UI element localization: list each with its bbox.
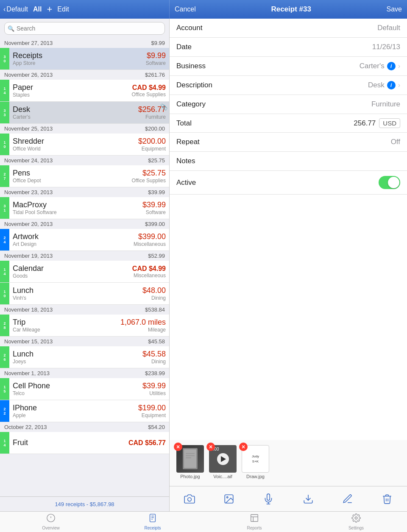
list-item[interactable]: 10 Lunch Vinh's $48.00 Dining [0, 283, 169, 305]
receipt-right: $48.00 Dining [127, 283, 169, 304]
receipt-title: Receipt #33 [271, 5, 311, 14]
badge: 27 [0, 165, 9, 187]
svg-point-21 [355, 517, 357, 519]
list-item[interactable]: 24 Artwork Art Design $399.00 Miscellane… [0, 229, 169, 251]
list-item[interactable]: 14 Paper Staples CAD $4.99 Office Suppli… [0, 80, 169, 102]
receipts-list: November 27, 2013 $9.99 30 Receipts App … [0, 38, 169, 496]
search-wrapper: 🔍 [4, 22, 165, 35]
receipt-right: $39.99 Utilities [127, 378, 169, 400]
attachments-row: × Photo.jpg × 0 [176, 445, 400, 481]
svg-point-5 [187, 498, 191, 501]
nav-left: ‹ Default All + Edit [0, 0, 170, 19]
date-row: November 27, 2013 $9.99 [0, 38, 169, 48]
description-info-icon[interactable]: i [387, 81, 396, 89]
badge: 26 [0, 346, 9, 368]
nav-settings[interactable]: Settings [305, 512, 407, 532]
cancel-button[interactable]: Cancel [175, 6, 196, 13]
receipt-content: Pens Office Depot [9, 165, 127, 187]
total-row[interactable]: Total 256.77 USD [170, 114, 407, 133]
annotate-button[interactable] [328, 490, 367, 508]
account-row[interactable]: Account Default [170, 19, 407, 38]
list-item[interactable]: 14 Calendar Goods CAD $4.99 Miscellaneou… [0, 261, 169, 283]
edit-button[interactable]: Edit [57, 6, 69, 13]
nav-reports[interactable]: Reports [204, 512, 305, 532]
account-label: Account [176, 24, 236, 32]
repeat-label: Repeat [176, 138, 236, 146]
list-item[interactable]: 14 Fruit CAD $56.77 [0, 432, 169, 454]
receipt-content: Paper Staples [9, 80, 127, 101]
nav-overview[interactable]: Overview [0, 512, 102, 532]
all-button[interactable]: All [33, 6, 42, 13]
reports-label: Reports [247, 526, 262, 530]
business-info-icon[interactable]: i [387, 62, 396, 70]
badge: 14 [0, 80, 9, 101]
business-row[interactable]: Business Carter's i › [170, 57, 407, 76]
toggle-knob [388, 177, 399, 188]
draw-name: Draw.jpg [246, 474, 265, 479]
badge: 14 [0, 261, 9, 282]
delete-draw-button[interactable]: × [239, 443, 248, 451]
badge: 33 [0, 102, 9, 123]
receipt-right: $199.00 Equipment [127, 400, 169, 422]
list-item[interactable]: 26 Lunch Joeys $45.58 Dining [0, 346, 169, 368]
back-button[interactable]: ‹ Default [3, 6, 28, 13]
receipt-right: $200.00 Equipment [127, 134, 169, 155]
list-item[interactable]: 28 Trip Car Mileage 1,067.0 miles Mileag… [0, 315, 169, 337]
category-row[interactable]: Category Furniture [170, 95, 407, 114]
list-item[interactable]: 22 IPhone Apple $199.00 Equipment [0, 400, 169, 422]
badge: 24 [0, 229, 9, 251]
list-item[interactable]: 15 Cell Phone Telco $39.99 Utilities [0, 378, 169, 400]
list-item[interactable]: 10 Shredder Office World $200.00 Equipme… [0, 134, 169, 156]
date-row-form[interactable]: Date 11/26/13 [170, 38, 407, 57]
nav-left-buttons: ‹ Default All + Edit [3, 4, 69, 15]
receipt-content: Shredder Office World [9, 134, 127, 155]
list-item[interactable]: 30 Receipts App Store $9.99 Software [0, 48, 169, 70]
trash-button[interactable] [368, 490, 407, 508]
chevron-left-icon: ‹ [3, 6, 6, 13]
camera-button[interactable] [170, 490, 209, 508]
notes-label: Notes [176, 157, 236, 165]
active-label: Active [176, 178, 236, 187]
list-item[interactable]: 33 Desk Carter's $256.77 Furniture 📎 [0, 102, 169, 124]
reports-icon [250, 513, 259, 525]
receipt-content: Artwork Art Design [9, 229, 127, 251]
receipt-content: Desk Carter's [9, 102, 127, 123]
overview-icon [46, 513, 56, 525]
gallery-button[interactable] [209, 490, 248, 508]
attachment-draw: × Judy S+K Draw.jpg [242, 445, 269, 479]
save-button[interactable]: Save [387, 6, 402, 13]
date-row: November 19, 2013 $52.99 [0, 251, 169, 261]
receipts-label: Receipts [145, 526, 161, 530]
active-toggle[interactable] [379, 176, 400, 189]
play-triangle-icon [221, 456, 226, 462]
date-row: November 25, 2013 $200.00 [0, 124, 169, 134]
currency-selector[interactable]: USD [379, 118, 400, 128]
date-value: 11/26/13 [236, 43, 400, 51]
add-button[interactable]: + [47, 4, 52, 15]
category-value: Furniture [236, 100, 400, 109]
form-section: Account Default Date 11/26/13 Business C… [170, 19, 407, 195]
play-button[interactable] [217, 453, 229, 465]
list-item[interactable]: 31 MacProxy Tidal Pool Software $39.99 S… [0, 197, 169, 219]
total-label: Total [176, 119, 236, 128]
badge: 10 [0, 134, 9, 155]
attachment-toolbar [170, 486, 407, 511]
microphone-button[interactable] [249, 490, 288, 508]
badge: 14 [0, 432, 9, 454]
description-row[interactable]: Description Desk i › [170, 76, 407, 95]
delete-photo-button[interactable]: × [174, 443, 182, 451]
attachments-section: × Photo.jpg × 0 [170, 440, 407, 486]
nav-receipts[interactable]: Receipts [102, 512, 204, 532]
list-item[interactable]: 27 Pens Office Depot $25.75 Office Suppl… [0, 165, 169, 187]
import-button[interactable] [288, 490, 328, 508]
search-input[interactable] [4, 22, 165, 35]
attachment-photo: × Photo.jpg [176, 445, 204, 479]
delete-audio-button[interactable]: × [206, 443, 215, 451]
notes-row[interactable]: Notes [170, 152, 407, 171]
receipts-icon [148, 513, 157, 525]
back-label: Default [6, 6, 28, 13]
business-label: Business [176, 62, 236, 70]
repeat-row[interactable]: Repeat Off [170, 133, 407, 152]
audio-name: Voic....aif [213, 474, 232, 479]
receipt-content: Receipts App Store [9, 48, 127, 70]
